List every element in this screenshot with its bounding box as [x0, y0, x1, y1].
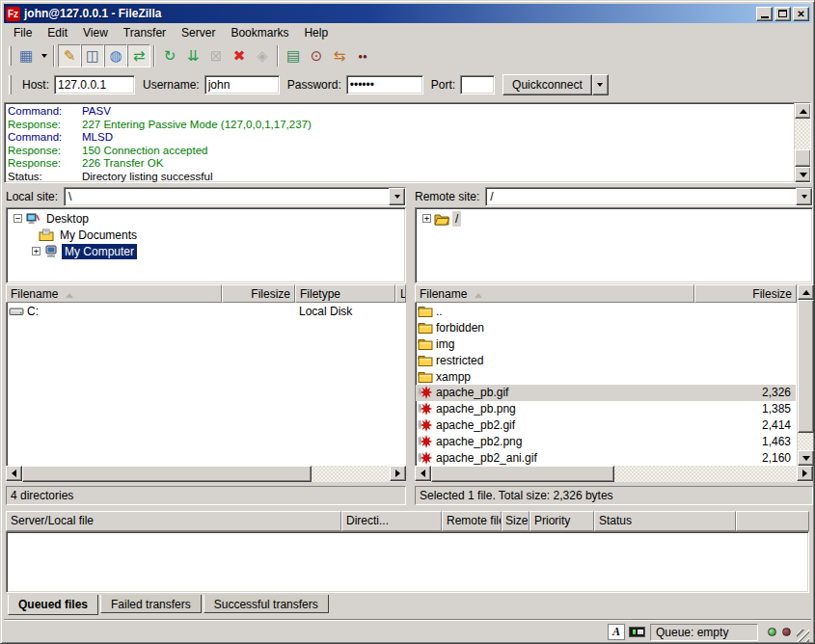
refresh-icon[interactable]: ↻ — [158, 44, 181, 67]
synchronized-browsing-icon[interactable]: ⇆ — [328, 44, 351, 67]
minimize-button[interactable] — [756, 7, 773, 21]
list-item-selected[interactable]: apache_pb.gif2,326 — [416, 385, 796, 401]
host-input[interactable] — [54, 75, 135, 94]
column-header-filesize[interactable]: Filesize — [222, 284, 295, 303]
list-item[interactable]: .. — [416, 304, 796, 320]
list-item[interactable]: restricted — [416, 352, 796, 368]
scroll-thumb[interactable] — [798, 300, 814, 433]
local-horizontal-scrollbar[interactable] — [6, 466, 406, 482]
remote-file-list[interactable]: .. forbidden img restricted xampp apache… — [415, 303, 797, 466]
tree-item-my-computer[interactable]: + My Computer — [9, 243, 403, 259]
menu-server[interactable]: Server — [174, 24, 223, 41]
toggle-transfer-queue-icon[interactable]: ⇄ — [127, 44, 150, 67]
menu-view[interactable]: View — [75, 24, 116, 41]
menu-transfer[interactable]: Transfer — [116, 24, 174, 41]
tree-item-root[interactable]: + / — [418, 210, 810, 227]
message-log[interactable]: Command:PASV Response:227 Entering Passi… — [4, 102, 811, 183]
scroll-track[interactable] — [614, 466, 797, 482]
port-input[interactable] — [460, 75, 495, 94]
expand-icon[interactable]: + — [422, 214, 431, 223]
column-header-priority[interactable]: Priority — [530, 511, 594, 531]
site-manager-dropdown[interactable] — [38, 44, 50, 67]
column-header-filename[interactable]: Filename — [6, 284, 222, 303]
log-vertical-scrollbar[interactable] — [794, 103, 810, 182]
menu-file[interactable]: File — [6, 24, 40, 41]
scroll-track[interactable] — [798, 433, 813, 450]
list-item[interactable]: xampp — [416, 368, 796, 385]
filezilla-window: Fz john@127.0.0.1 - FileZilla ✕ File Edi… — [0, 0, 815, 644]
list-item-drive-c[interactable]: C: Local Disk — [7, 304, 405, 320]
scroll-down-button[interactable] — [798, 450, 814, 466]
username-input[interactable] — [204, 75, 280, 94]
column-header-direction[interactable]: Directi... — [341, 511, 442, 531]
scroll-thumb[interactable] — [431, 466, 614, 482]
list-item[interactable]: apache_pb2.png1,463 — [416, 433, 796, 449]
resize-grip[interactable] — [797, 630, 809, 642]
column-header-size[interactable]: Size — [502, 511, 530, 531]
remote-site-dropdown[interactable] — [796, 188, 812, 205]
disconnect-icon[interactable]: ✖ — [228, 44, 251, 67]
quickconnect-dropdown[interactable] — [592, 74, 609, 95]
toolbar-grip[interactable] — [9, 46, 12, 66]
local-file-list[interactable]: C: Local Disk — [6, 303, 406, 466]
remote-horizontal-scrollbar[interactable] — [415, 466, 813, 482]
column-header-filetype[interactable]: Filetype — [295, 284, 395, 303]
expand-icon[interactable]: + — [32, 247, 41, 255]
tree-item-desktop[interactable]: − Desktop — [9, 210, 403, 227]
site-manager-icon[interactable]: ▦ — [14, 44, 38, 67]
transfer-queue-list[interactable] — [6, 531, 809, 593]
collapse-icon[interactable]: − — [14, 214, 22, 223]
remote-site-combo[interactable]: / — [485, 187, 813, 206]
close-button[interactable]: ✕ — [793, 7, 809, 21]
speed-limits-icon[interactable] — [629, 627, 645, 637]
title-bar[interactable]: Fz john@127.0.0.1 - FileZilla ✕ — [4, 4, 811, 23]
scroll-right-button[interactable] — [390, 466, 406, 481]
scroll-track[interactable] — [795, 119, 810, 149]
quickconnect-button[interactable]: Quickconnect — [503, 74, 592, 95]
local-site-dropdown[interactable] — [389, 188, 405, 205]
scroll-left-button[interactable] — [6, 466, 22, 481]
maximize-button[interactable] — [774, 7, 791, 21]
scroll-thumb[interactable] — [22, 466, 312, 482]
local-site-combo[interactable]: \ — [64, 187, 406, 206]
remote-vertical-scrollbar[interactable] — [797, 284, 813, 466]
toggle-local-tree-icon[interactable]: ◫ — [81, 44, 104, 67]
column-header-filename[interactable]: Filename — [415, 284, 694, 303]
scroll-right-button[interactable] — [797, 466, 813, 481]
scroll-left-button[interactable] — [415, 466, 431, 481]
scroll-track[interactable] — [312, 466, 390, 482]
menu-help[interactable]: Help — [296, 24, 336, 41]
list-item[interactable]: apache_pb2_ani.gif2,160 — [416, 449, 796, 466]
remote-directory-tree[interactable]: + / — [415, 207, 813, 283]
column-header-filesize[interactable]: Filesize — [694, 284, 797, 303]
port-label: Port: — [431, 78, 455, 92]
ascii-data-type-icon[interactable]: A — [608, 624, 625, 640]
list-item[interactable]: forbidden — [416, 320, 796, 336]
scroll-up-button[interactable] — [795, 103, 811, 119]
column-header-remote-file[interactable]: Remote file — [442, 511, 502, 531]
scroll-down-button[interactable] — [795, 167, 811, 182]
column-header-status[interactable]: Status — [594, 511, 736, 531]
tab-queued-files[interactable]: Queued files — [8, 595, 98, 615]
find-files-icon[interactable]: ●● — [351, 44, 374, 67]
column-header-last-modified[interactable]: L — [395, 284, 406, 303]
tree-item-my-documents[interactable]: My Documents — [9, 227, 403, 243]
process-queue-icon[interactable]: ⇊ — [181, 44, 204, 67]
directory-comparison-icon[interactable]: ▤ — [282, 44, 305, 67]
filename-filters-icon[interactable]: ⊙ — [305, 44, 328, 67]
menu-bookmarks[interactable]: Bookmarks — [223, 24, 296, 41]
scroll-thumb[interactable] — [795, 149, 811, 167]
list-item[interactable]: apache_pb.png1,385 — [416, 401, 796, 417]
tab-failed-transfers[interactable]: Failed transfers — [100, 595, 202, 613]
column-header-server-local-file[interactable]: Server/Local file — [6, 511, 341, 531]
scroll-up-button[interactable] — [798, 284, 814, 300]
menu-edit[interactable]: Edit — [40, 24, 75, 41]
password-input[interactable] — [346, 75, 423, 94]
toggle-message-log-icon[interactable]: ✎ — [58, 44, 81, 67]
list-item[interactable]: apache_pb2.gif2,414 — [416, 417, 796, 434]
toggle-remote-tree-icon[interactable]: ◍ — [104, 44, 127, 67]
tab-successful-transfers[interactable]: Successful transfers — [204, 595, 329, 613]
list-item[interactable]: img — [416, 336, 796, 353]
local-directory-tree[interactable]: − Desktop My Documents + My Computer — [6, 207, 406, 283]
quickconnect-grip[interactable] — [9, 75, 12, 94]
